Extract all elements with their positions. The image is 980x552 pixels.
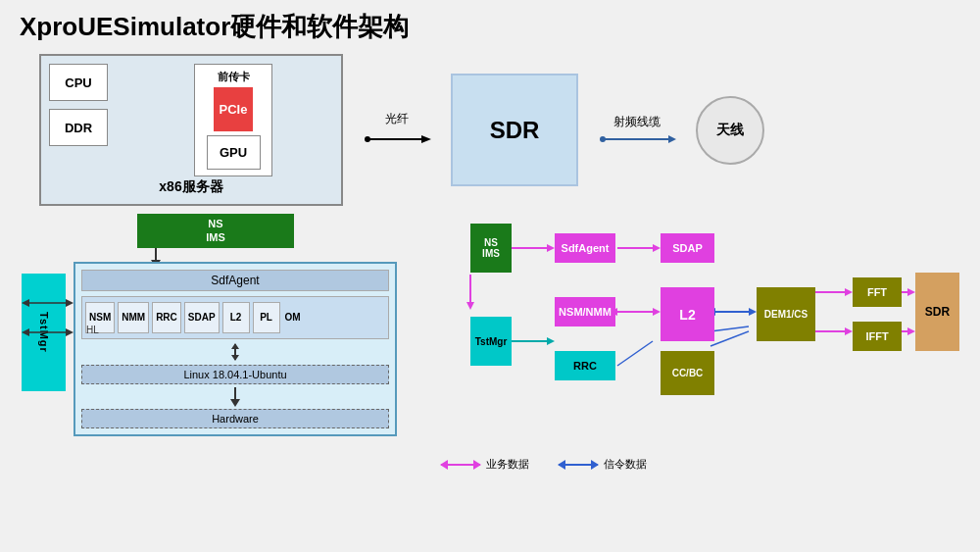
- legend-signal: 信令数据: [559, 457, 647, 472]
- hl-label: HL: [86, 325, 99, 335]
- rf-connection: 射频线缆: [598, 114, 676, 146]
- fiber-arrow-svg: [363, 129, 431, 149]
- bd-rrc: RRC: [555, 351, 615, 380]
- svg-marker-7: [22, 299, 29, 307]
- legend-business-label: 业务数据: [486, 457, 529, 472]
- fiber-label: 光纤: [385, 111, 409, 127]
- svg-marker-22: [547, 337, 555, 345]
- page-title: XproUESimulator硬件和软件架构: [20, 10, 960, 44]
- ddr-box: DDR: [49, 109, 108, 146]
- gpu-box: GPU: [207, 135, 261, 170]
- server-box: CPU DDR 前传卡 PCIe GPU x86服务器: [39, 54, 343, 206]
- cpu-box: CPU: [49, 64, 108, 101]
- module-om: OM: [283, 302, 303, 333]
- bd-sdr: SDR: [915, 273, 959, 351]
- svg-marker-1: [421, 135, 431, 143]
- bd-ifft: IFFT: [853, 322, 902, 351]
- bd-ns-ims: NSIMS: [470, 224, 512, 273]
- legend-signal-label: 信令数据: [604, 457, 647, 472]
- svg-line-40: [710, 326, 749, 331]
- module-sdap: SDAP: [184, 302, 220, 333]
- front-card-group: 前传卡 PCIe GPU: [194, 64, 272, 176]
- front-card-label: 前传卡: [218, 71, 250, 83]
- bd-l2: L2: [661, 287, 714, 341]
- svg-marker-14: [231, 355, 239, 361]
- legend-pink-arrow: [441, 464, 480, 466]
- svg-marker-20: [466, 302, 474, 310]
- legend: 业务数据 信令数据: [441, 457, 960, 472]
- module-pl: PL: [253, 302, 280, 333]
- sdr-box: SDR: [451, 74, 578, 186]
- svg-marker-13: [231, 343, 239, 349]
- bd-sdfagent: SdfAgent: [555, 233, 615, 263]
- ns-ims-bar: NSIMS: [137, 214, 294, 248]
- server-left-col: CPU DDR: [49, 64, 108, 176]
- rf-label: 射频线缆: [613, 114, 661, 130]
- top-arrow: [155, 248, 157, 262]
- svg-marker-31: [845, 288, 853, 296]
- tstmgr-arrows-svg: [22, 283, 75, 362]
- bottom-section: NSIMS TstMgr: [20, 214, 960, 472]
- svg-marker-18: [653, 244, 661, 252]
- bd-ccbc: CC/BC: [661, 351, 714, 395]
- bd-fft: FFT: [853, 277, 902, 307]
- bd-sdap: SDAP: [661, 233, 714, 263]
- svg-marker-36: [907, 288, 915, 296]
- bd-container: NSIMS TstMgr SdfAgent NSM/NMM RRC SDAP L…: [421, 214, 951, 449]
- svg-marker-16: [547, 244, 555, 252]
- svg-marker-38: [907, 327, 915, 335]
- antenna-circle: 天线: [696, 96, 764, 165]
- sdfagent-bar: SdfAgent: [81, 270, 389, 291]
- svg-point-5: [600, 136, 606, 142]
- svg-marker-10: [22, 328, 29, 336]
- svg-marker-25: [653, 308, 661, 316]
- bd-tstmgr: TstMgr: [470, 317, 512, 366]
- svg-line-41: [710, 331, 749, 346]
- bd-dem1cs: DEM1/CS: [757, 287, 815, 341]
- hw-arrow: [234, 387, 236, 401]
- svg-marker-28: [749, 308, 757, 316]
- svg-marker-11: [66, 328, 74, 336]
- hardware-bar: Hardware: [81, 409, 389, 428]
- bd-nsm-nmm: NSM/NMM: [555, 297, 615, 326]
- pcie-box: PCIe: [214, 87, 253, 131]
- modules-row: NSM NMM RRC SDAP L2 PL OM HL: [81, 296, 389, 339]
- linux-bar: Linux 18.04.1-Ubuntu: [81, 365, 389, 384]
- svg-marker-8: [66, 299, 74, 307]
- fiber-connection: 光纤: [363, 111, 431, 149]
- svg-line-39: [617, 341, 653, 366]
- block-diagram: NSIMS TstMgr SdfAgent NSM/NMM RRC SDAP L…: [421, 214, 960, 472]
- module-nmm: NMM: [118, 302, 149, 333]
- software-stack: NSIMS TstMgr: [20, 214, 402, 472]
- module-rrc: RRC: [152, 302, 181, 333]
- legend-business: 业务数据: [441, 457, 529, 472]
- rf-arrow-svg: [598, 132, 676, 146]
- svg-marker-34: [845, 327, 853, 335]
- svg-marker-4: [668, 135, 676, 143]
- legend-blue-arrow: [559, 464, 598, 466]
- svg-point-2: [365, 136, 370, 142]
- top-section: CPU DDR 前传卡 PCIe GPU x86服务器 光纤: [39, 54, 960, 206]
- antenna-label: 天线: [716, 122, 744, 139]
- server-inner: CPU DDR 前传卡 PCIe GPU: [49, 64, 333, 176]
- server-label: x86服务器: [159, 178, 222, 196]
- page: XproUESimulator硬件和软件架构 CPU DDR 前传卡 PCIe …: [0, 0, 980, 552]
- module-l2: L2: [222, 302, 250, 333]
- double-arrow-svg: [225, 343, 245, 361]
- mid-arrow: [81, 343, 389, 361]
- sdr-label: SDR: [490, 117, 540, 144]
- ns-ims-bar-wrapper: NSIMS: [78, 214, 402, 248]
- stack-container: TstMgr SdfAgent NSM NMM RRC: [74, 262, 397, 436]
